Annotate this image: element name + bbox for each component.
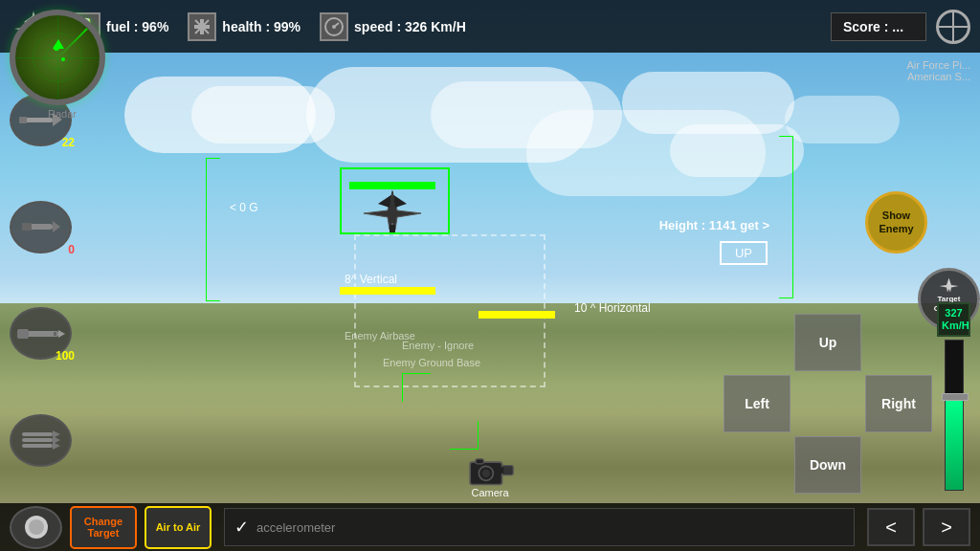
subtitle-area: Air Force Pi... American S... [906,59,970,82]
score-area: Score : ... [831,10,970,44]
dpad-empty-center [794,375,861,432]
health-icon-box [188,12,216,41]
weapon-1-ammo: 22 [62,136,75,149]
dpad-empty-tr [865,314,932,371]
weapon-2-button[interactable]: 0 [10,201,72,253]
score-display: Score : ... [831,12,926,41]
svg-point-40 [482,470,490,477]
air-to-air-label: Air to Air [156,521,201,533]
speed-value-display: 327 Km/H [937,302,970,337]
air-to-air-button[interactable]: Air to Air [145,506,212,549]
subtitle-line1: Air Force Pi... [906,59,970,71]
check-icon: ✓ [234,517,249,538]
svg-rect-41 [476,459,483,464]
jet-chasing-icon [937,276,961,295]
svg-marker-23 [53,442,60,450]
nav-next-button[interactable]: > [923,508,970,546]
next-icon: > [941,517,952,539]
radar: Radar [10,10,115,115]
dpad-down-button[interactable]: Down [794,436,861,494]
health-indicator: health : 99% [188,12,301,41]
speed-icon-box [320,12,348,41]
bottom-bar: Change Target Air to Air ✓ accelerometer… [0,503,980,551]
svg-rect-43 [500,467,503,474]
weapon-3-button[interactable]: 100 [10,307,72,360]
dpad-empty-br [865,436,932,494]
svg-point-7 [332,25,336,29]
svg-rect-13 [22,223,32,231]
svg-marker-16 [58,330,65,338]
health-cross-icon [192,17,212,36]
target-crosshair-icon[interactable] [936,10,970,44]
dpad-up-button[interactable]: Up [794,314,861,371]
main-aircraft [354,187,431,238]
dpad-empty-tl [724,314,791,371]
svg-marker-37 [940,278,959,293]
missile-2-icon [22,218,60,235]
dpad-empty-bl [724,436,791,494]
svg-rect-42 [502,466,514,475]
directional-pad: Up Left Right Down [724,314,932,494]
dpad-left-button[interactable]: Left [724,375,791,432]
camera-label: Camera [471,487,508,498]
svg-rect-17 [54,332,56,336]
svg-point-45 [29,519,44,535]
speed-bar: 327 Km/H [937,302,970,494]
top-hud: 🔋 fuel : 96% health : 99% speed : 326 Km… [0,0,980,53]
change-target-button[interactable]: Change Target [70,506,137,549]
weapon-2-ammo: 0 [68,243,75,256]
bomb-icon [17,327,65,341]
speed-bar-fill [946,401,963,490]
radar-display [10,10,105,105]
weapon-3-ammo: 100 [56,349,75,363]
subtitle-line2: American S... [906,71,970,82]
svg-rect-19 [22,438,53,442]
svg-marker-34 [364,191,421,230]
prev-icon: < [885,517,897,539]
speedometer-icon [323,16,345,37]
dpad-right-button[interactable]: Right [865,375,932,432]
health-label: health : 99% [222,19,301,34]
show-enemy-button[interactable]: Show Enemy [865,191,927,253]
speed-bar-track[interactable] [945,340,964,491]
accelerometer-label: accelerometer [256,520,335,535]
nav-prev-button[interactable]: < [867,508,915,546]
fire-icon [22,513,51,541]
weapon-panel: 22 0 100 [0,57,81,503]
fuel-label: fuel : 96% [106,19,168,34]
change-target-label: Change Target [72,516,135,539]
svg-marker-12 [53,221,60,232]
camera-icon [466,453,514,487]
accelerometer-area[interactable]: ✓ accelerometer [224,508,855,546]
multi-missile-icon [17,430,65,450]
speed-bar-thumb[interactable] [942,393,969,401]
svg-rect-36 [390,225,395,232]
aircraft-silhouette-icon [354,187,431,234]
svg-rect-20 [22,444,53,448]
svg-rect-15 [17,329,29,339]
svg-rect-18 [22,432,53,436]
speed-indicator: speed : 326 Km/H [320,12,466,41]
score-label: Score : ... [843,19,903,34]
speed-label: speed : 326 Km/H [354,19,466,34]
weapon-4-button[interactable] [10,414,72,467]
radar-label: Radar [10,108,115,120]
camera-button[interactable]: Camera [466,453,514,498]
show-enemy-label: Show Enemy [879,209,913,234]
fire-button[interactable] [10,506,62,549]
